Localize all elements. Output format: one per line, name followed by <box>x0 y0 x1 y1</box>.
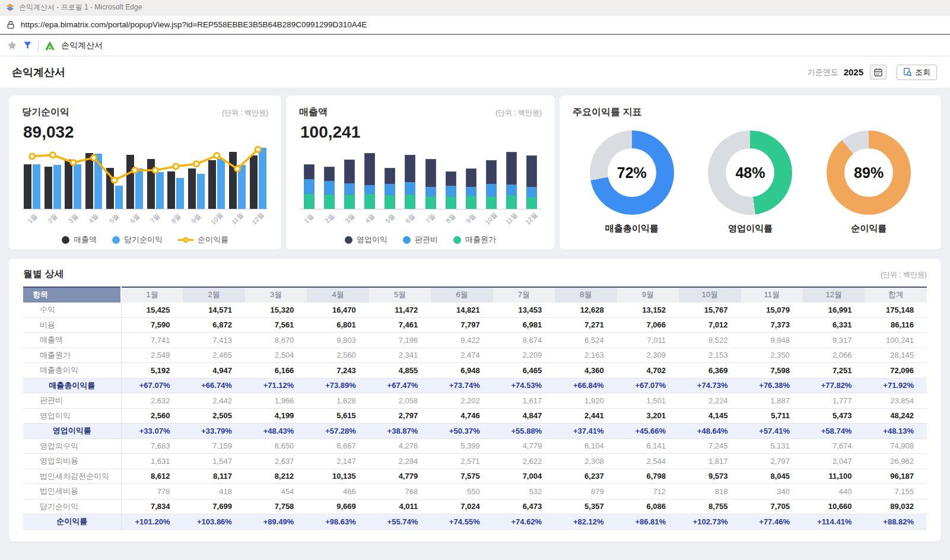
table-cell: 2,350 <box>741 348 803 363</box>
bar-segment <box>466 187 476 196</box>
table-cell: 12,628 <box>555 303 617 318</box>
table-cell: 6,237 <box>555 469 617 484</box>
bimatrix-logo-icon[interactable] <box>45 40 55 51</box>
table-row: 법인세차감전순이익8,6128,1178,21210,1354,7797,575… <box>23 469 927 484</box>
address-bar[interactable]: https://epa.bimatrix.com/portal/popupVie… <box>0 15 950 35</box>
bar <box>94 154 102 209</box>
net-income-card: 당기순이익 (단위 : 백만원) 89,032 1월2월3월4월5월6월7월8월… <box>9 96 281 250</box>
legend-item: 매출원가 <box>453 234 496 245</box>
table-cell: 15,079 <box>741 303 803 318</box>
revenue-card-title: 매출액 <box>299 106 328 119</box>
table-cell: 4,702 <box>617 363 679 378</box>
x-axis-label: 11월 <box>227 209 248 228</box>
x-axis-label: 7월 <box>145 209 166 228</box>
table-cell: 7,251 <box>803 363 865 378</box>
base-year-value[interactable]: 2025 <box>844 67 863 77</box>
donut-charts: 72%매출총이익률48%영업이익률89%순이익률 <box>573 131 928 234</box>
table-cell: 4,011 <box>369 499 431 514</box>
table-cell: +74.53% <box>493 378 555 393</box>
table-cell: 466 <box>307 484 368 499</box>
stack-group <box>481 147 501 209</box>
table-cell: +57.41% <box>741 424 803 439</box>
table-header-cell: 6월 <box>431 287 493 303</box>
star-icon[interactable] <box>7 40 17 50</box>
table-cell: +48.64% <box>679 424 741 439</box>
table-cell: 7,590 <box>121 317 183 333</box>
table-cell: +82.12% <box>555 514 617 530</box>
table-cell: +74.62% <box>493 514 555 530</box>
table-cell: 9,422 <box>431 333 493 348</box>
table-cell: +55.74% <box>369 514 431 530</box>
row-label: 수익 <box>23 303 121 318</box>
table-cell: 7,683 <box>121 438 183 454</box>
search-button-label: 조회 <box>915 67 930 78</box>
net-income-chart-xlabels: 1월2월3월4월5월6월7월8월9월10월11월12월 <box>22 209 268 228</box>
table-cell: 13,453 <box>493 303 555 318</box>
table-cell: +76.38% <box>741 378 803 393</box>
table-cell: +38.87% <box>369 424 431 439</box>
stack-group <box>501 147 522 209</box>
bar-segment <box>466 196 476 209</box>
x-axis-label: 9월 <box>186 209 207 228</box>
table-header-row: 항목1월2월3월4월5월6월7월8월9월10월11월12월합계 <box>23 287 927 303</box>
table-cell: +66.84% <box>555 378 617 393</box>
stacked-bar <box>344 160 355 209</box>
bar-segment <box>506 184 517 195</box>
bar <box>167 171 175 209</box>
row-label: 매출원가 <box>23 348 121 363</box>
table-cell: 2,549 <box>121 348 183 363</box>
table-cell: 2,560 <box>307 348 368 363</box>
x-axis-label: 6월 <box>400 209 420 228</box>
table-cell: 532 <box>493 484 555 499</box>
table-cell: 48,242 <box>865 408 927 424</box>
table-cell: 1,628 <box>307 393 368 409</box>
table-cell: 2,294 <box>369 454 431 469</box>
table-cell: 6,981 <box>493 317 555 333</box>
net-income-total: 89,032 <box>23 123 268 142</box>
table-cell: 9,573 <box>679 469 741 484</box>
table-cell: +48.43% <box>245 424 307 439</box>
bar-group <box>104 147 125 209</box>
table-cell: 2,474 <box>431 348 493 363</box>
table-cell: 8,212 <box>245 469 307 484</box>
url-text[interactable]: https://epa.bimatrix.com/portal/popupVie… <box>21 20 367 29</box>
lock-icon <box>6 20 15 30</box>
stacked-bar <box>364 153 375 209</box>
filter-icon[interactable] <box>23 41 32 50</box>
donut-ring: 48% <box>708 131 792 215</box>
row-label: 비용 <box>23 317 121 333</box>
table-cell: 3,201 <box>617 408 679 424</box>
table-cell: 14,821 <box>431 303 493 318</box>
table-cell: 2,632 <box>121 393 183 409</box>
table-cell: +37.41% <box>555 424 617 439</box>
table-cell: 8,045 <box>741 469 803 484</box>
bar-segment <box>385 195 395 209</box>
table-row: 순이익률+101.20%+103.86%+89.49%+98.63%+55.74… <box>23 514 927 530</box>
legend-item: 당기순이익 <box>112 234 163 245</box>
stack-group <box>441 147 461 209</box>
table-cell: +33.79% <box>183 424 244 439</box>
table-row: 영업외비용1,6311,5472,6372,1472,2942,5712,622… <box>23 454 927 469</box>
legend-item: 매출액 <box>62 234 97 245</box>
table-cell: 4,199 <box>245 408 307 424</box>
table-cell: 7,461 <box>369 317 431 333</box>
table-cell: 6,166 <box>245 363 307 378</box>
table-cell: +71.12% <box>245 378 307 393</box>
bar-group <box>43 147 63 209</box>
row-label: 영업외비용 <box>23 454 121 469</box>
table-cell: 2,309 <box>617 348 679 363</box>
table-cell: 1,887 <box>741 393 803 409</box>
bookmark-item[interactable]: 손익계산서 <box>61 40 103 51</box>
search-button[interactable]: 조회 <box>897 65 937 80</box>
calendar-button[interactable] <box>870 65 887 79</box>
table-cell: 10,660 <box>803 499 865 514</box>
table-cell: 2,560 <box>121 408 183 424</box>
row-label: 매출총이익률 <box>23 378 121 393</box>
table-unit: (단위 : 백만원) <box>881 270 927 280</box>
row-label: 영업이익률 <box>23 424 121 439</box>
bar-segment <box>526 197 537 209</box>
x-axis-label: 6월 <box>125 209 145 228</box>
table-cell: 7,834 <box>121 499 183 514</box>
bar-segment <box>486 184 497 196</box>
bar <box>74 164 81 209</box>
